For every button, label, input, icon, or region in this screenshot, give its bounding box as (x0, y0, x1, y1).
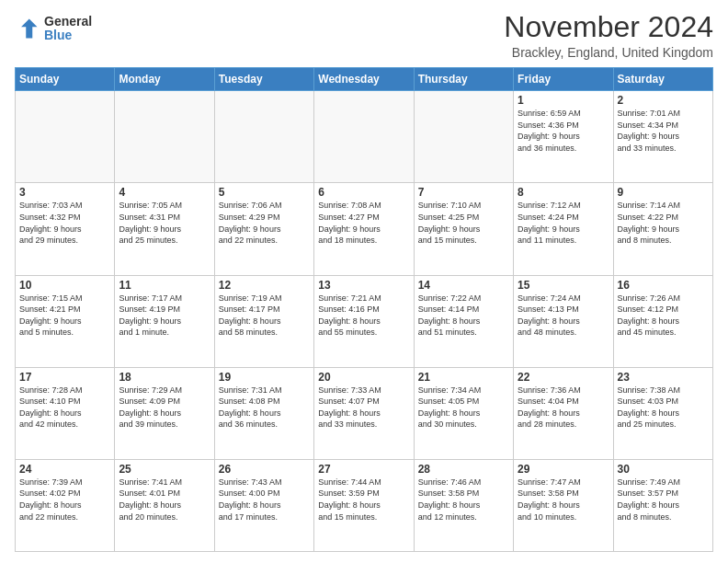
location: Brackley, England, United Kingdom (504, 45, 713, 60)
table-row: 21Sunrise: 7:34 AM Sunset: 4:05 PM Dayli… (414, 367, 513, 459)
day-info: Sunrise: 7:01 AM Sunset: 4:34 PM Dayligh… (618, 108, 709, 154)
table-row: 16Sunrise: 7:26 AM Sunset: 4:12 PM Dayli… (613, 275, 712, 367)
calendar: Sunday Monday Tuesday Wednesday Thursday… (15, 67, 713, 552)
day-number: 3 (19, 186, 110, 199)
day-number: 28 (418, 463, 509, 476)
day-number: 23 (618, 371, 709, 384)
calendar-week-row: 3Sunrise: 7:03 AM Sunset: 4:32 PM Daylig… (16, 183, 713, 275)
col-friday: Friday (514, 68, 613, 91)
table-row: 30Sunrise: 7:49 AM Sunset: 3:57 PM Dayli… (613, 459, 712, 551)
calendar-body: 1Sunrise: 6:59 AM Sunset: 4:36 PM Daylig… (16, 91, 713, 552)
day-number: 12 (219, 279, 310, 292)
day-info: Sunrise: 7:03 AM Sunset: 4:32 PM Dayligh… (19, 200, 110, 246)
table-row: 10Sunrise: 7:15 AM Sunset: 4:21 PM Dayli… (16, 275, 115, 367)
day-info: Sunrise: 7:41 AM Sunset: 4:01 PM Dayligh… (119, 477, 210, 523)
day-info: Sunrise: 7:22 AM Sunset: 4:14 PM Dayligh… (418, 293, 509, 339)
day-info: Sunrise: 7:47 AM Sunset: 3:58 PM Dayligh… (518, 477, 609, 523)
page: General Blue November 2024 Brackley, Eng… (0, 0, 728, 563)
table-row: 13Sunrise: 7:21 AM Sunset: 4:16 PM Dayli… (314, 275, 414, 367)
header: General Blue November 2024 Brackley, Eng… (15, 11, 713, 60)
table-row (16, 91, 115, 183)
table-row: 20Sunrise: 7:33 AM Sunset: 4:07 PM Dayli… (314, 367, 414, 459)
table-row: 23Sunrise: 7:38 AM Sunset: 4:03 PM Dayli… (613, 367, 712, 459)
day-info: Sunrise: 7:12 AM Sunset: 4:24 PM Dayligh… (518, 200, 609, 246)
table-row: 11Sunrise: 7:17 AM Sunset: 4:19 PM Dayli… (115, 275, 214, 367)
col-monday: Monday (115, 68, 214, 91)
svg-marker-0 (21, 19, 38, 39)
table-row: 5Sunrise: 7:06 AM Sunset: 4:29 PM Daylig… (214, 183, 313, 275)
day-info: Sunrise: 7:05 AM Sunset: 4:31 PM Dayligh… (119, 200, 210, 246)
table-row: 15Sunrise: 7:24 AM Sunset: 4:13 PM Dayli… (514, 275, 613, 367)
calendar-week-row: 24Sunrise: 7:39 AM Sunset: 4:02 PM Dayli… (16, 459, 713, 551)
table-row: 8Sunrise: 7:12 AM Sunset: 4:24 PM Daylig… (514, 183, 613, 275)
day-number: 2 (618, 94, 709, 107)
day-number: 8 (518, 186, 609, 199)
day-number: 19 (219, 371, 310, 384)
day-info: Sunrise: 7:15 AM Sunset: 4:21 PM Dayligh… (19, 293, 110, 339)
table-row: 12Sunrise: 7:19 AM Sunset: 4:17 PM Dayli… (214, 275, 313, 367)
day-number: 25 (119, 463, 210, 476)
col-saturday: Saturday (613, 68, 712, 91)
day-info: Sunrise: 7:29 AM Sunset: 4:09 PM Dayligh… (119, 385, 210, 431)
day-number: 29 (518, 463, 609, 476)
day-number: 10 (19, 279, 110, 292)
table-row: 14Sunrise: 7:22 AM Sunset: 4:14 PM Dayli… (414, 275, 513, 367)
logo-blue: Blue (44, 29, 92, 42)
day-number: 5 (219, 186, 310, 199)
calendar-week-row: 10Sunrise: 7:15 AM Sunset: 4:21 PM Dayli… (16, 275, 713, 367)
col-wednesday: Wednesday (314, 68, 414, 91)
table-row (115, 91, 214, 183)
calendar-week-row: 17Sunrise: 7:28 AM Sunset: 4:10 PM Dayli… (16, 367, 713, 459)
logo-general: General (44, 15, 92, 29)
table-row: 25Sunrise: 7:41 AM Sunset: 4:01 PM Dayli… (115, 459, 214, 551)
table-row (314, 91, 414, 183)
day-info: Sunrise: 7:28 AM Sunset: 4:10 PM Dayligh… (19, 385, 110, 431)
table-row: 1Sunrise: 6:59 AM Sunset: 4:36 PM Daylig… (514, 91, 613, 183)
day-info: Sunrise: 7:38 AM Sunset: 4:03 PM Dayligh… (618, 385, 709, 431)
day-number: 15 (518, 279, 609, 292)
day-info: Sunrise: 7:19 AM Sunset: 4:17 PM Dayligh… (219, 293, 310, 339)
day-number: 6 (318, 186, 409, 199)
day-number: 21 (418, 371, 509, 384)
table-row: 17Sunrise: 7:28 AM Sunset: 4:10 PM Dayli… (16, 367, 115, 459)
table-row: 24Sunrise: 7:39 AM Sunset: 4:02 PM Dayli… (16, 459, 115, 551)
day-number: 16 (618, 279, 709, 292)
day-info: Sunrise: 7:08 AM Sunset: 4:27 PM Dayligh… (318, 200, 409, 246)
day-info: Sunrise: 7:31 AM Sunset: 4:08 PM Dayligh… (219, 385, 310, 431)
col-tuesday: Tuesday (214, 68, 313, 91)
day-number: 26 (219, 463, 310, 476)
day-info: Sunrise: 7:39 AM Sunset: 4:02 PM Dayligh… (19, 477, 110, 523)
day-info: Sunrise: 7:24 AM Sunset: 4:13 PM Dayligh… (518, 293, 609, 339)
day-number: 7 (418, 186, 509, 199)
day-number: 4 (119, 186, 210, 199)
table-row: 19Sunrise: 7:31 AM Sunset: 4:08 PM Dayli… (214, 367, 313, 459)
day-number: 11 (119, 279, 210, 292)
calendar-header: Sunday Monday Tuesday Wednesday Thursday… (16, 68, 713, 91)
col-thursday: Thursday (414, 68, 513, 91)
table-row: 2Sunrise: 7:01 AM Sunset: 4:34 PM Daylig… (613, 91, 712, 183)
day-info: Sunrise: 7:46 AM Sunset: 3:58 PM Dayligh… (418, 477, 509, 523)
day-info: Sunrise: 7:26 AM Sunset: 4:12 PM Dayligh… (618, 293, 709, 339)
table-row: 18Sunrise: 7:29 AM Sunset: 4:09 PM Dayli… (115, 367, 214, 459)
day-number: 22 (518, 371, 609, 384)
header-row: Sunday Monday Tuesday Wednesday Thursday… (16, 68, 713, 91)
table-row: 26Sunrise: 7:43 AM Sunset: 4:00 PM Dayli… (214, 459, 313, 551)
day-number: 20 (318, 371, 409, 384)
day-info: Sunrise: 6:59 AM Sunset: 4:36 PM Dayligh… (518, 108, 609, 154)
table-row: 3Sunrise: 7:03 AM Sunset: 4:32 PM Daylig… (16, 183, 115, 275)
logo: General Blue (15, 15, 92, 43)
day-info: Sunrise: 7:49 AM Sunset: 3:57 PM Dayligh… (618, 477, 709, 523)
day-number: 24 (19, 463, 110, 476)
month-title: November 2024 (504, 11, 713, 43)
table-row (214, 91, 313, 183)
table-row: 29Sunrise: 7:47 AM Sunset: 3:58 PM Dayli… (514, 459, 613, 551)
logo-icon (15, 16, 40, 41)
day-info: Sunrise: 7:43 AM Sunset: 4:00 PM Dayligh… (219, 477, 310, 523)
title-block: November 2024 Brackley, England, United … (504, 11, 713, 60)
day-info: Sunrise: 7:33 AM Sunset: 4:07 PM Dayligh… (318, 385, 409, 431)
day-info: Sunrise: 7:44 AM Sunset: 3:59 PM Dayligh… (318, 477, 409, 523)
day-number: 13 (318, 279, 409, 292)
logo-text: General Blue (44, 15, 92, 43)
day-number: 14 (418, 279, 509, 292)
table-row: 27Sunrise: 7:44 AM Sunset: 3:59 PM Dayli… (314, 459, 414, 551)
